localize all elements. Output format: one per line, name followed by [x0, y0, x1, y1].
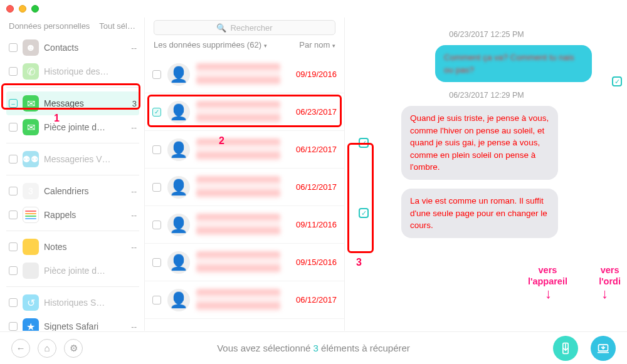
message-bubble[interactable]: Quand je suis triste, je pense à vous, c… — [401, 106, 558, 180]
list-item[interactable]: 👤 09/11/2016 — [145, 206, 344, 244]
safari-icon: ★ — [23, 318, 39, 331]
timestamp: 06/23/2017 12:29 PM — [354, 91, 619, 100]
sidebar-item-label: Historique des… — [44, 66, 119, 76]
list-item-date: 09/15/2016 — [287, 257, 337, 267]
sidebar-select-all[interactable]: Tout sél… — [99, 21, 135, 31]
attachment-icon — [23, 263, 39, 279]
sidebar-item-safari-history[interactable]: ↺ Historiques S… — [6, 291, 139, 315]
chevron-down-icon: ▾ — [332, 43, 335, 49]
sidebar-item-label: Messageries V… — [44, 154, 119, 164]
zoom-window-button[interactable] — [31, 5, 39, 13]
list-item-date: 09/11/2016 — [287, 220, 337, 229]
list-item-date: 06/12/2017 — [287, 182, 337, 192]
separator — [6, 175, 139, 175]
message-bubble[interactable]: La vie est comme un roman. Il suffit d'u… — [401, 189, 558, 238]
sidebar-item-count: -- — [124, 242, 137, 252]
filter-deleted-dropdown[interactable]: Les données supprimées (62) ▾ — [154, 40, 267, 49]
main-panes: Données personnelles Tout sél… ☻ Contact… — [0, 18, 627, 331]
checkbox[interactable] — [9, 155, 18, 164]
redacted-name — [196, 251, 280, 274]
sidebar-item-label: Pièce jointe d… — [44, 266, 119, 276]
checkbox[interactable] — [152, 296, 161, 304]
sidebar-item-note-attachment[interactable]: Pièce jointe d… — [6, 259, 139, 283]
sidebar-item-contacts[interactable]: ☻ Contacts -- — [6, 36, 139, 60]
redacted-name — [196, 101, 280, 123]
sidebar-item-reminders[interactable]: Rappels -- — [6, 203, 139, 227]
sidebar: Données personnelles Tout sél… ☻ Contact… — [0, 18, 144, 331]
checkbox[interactable] — [9, 211, 18, 219]
sidebar-item-call-history[interactable]: ✆ Historique des… — [6, 60, 139, 83]
sidebar-item-messages[interactable]: – ✉ Messages 3 — [6, 91, 139, 115]
list-item-date: 09/19/2016 — [287, 70, 337, 79]
checkbox[interactable] — [9, 266, 18, 275]
voicemail-icon: ⚉⚉ — [23, 151, 39, 167]
checkbox[interactable] — [9, 187, 18, 195]
status-text: Vous avez sélectionné 3 éléments à récup… — [0, 343, 627, 353]
search-placeholder: Rechercher — [230, 23, 272, 33]
list-item[interactable]: 👤 06/12/2017 — [145, 131, 344, 169]
sidebar-item-count: -- — [124, 322, 137, 331]
message-bubble[interactable]: Comment ça va? Comment tu nais ou pas? — [435, 45, 592, 82]
list-item[interactable]: 👤 06/12/2017 — [145, 281, 344, 319]
list-item[interactable]: 👤 09/15/2016 — [145, 244, 344, 281]
history-icon: ↺ — [23, 294, 39, 311]
sidebar-section-title: Données personnelles — [9, 21, 90, 31]
timestamp: 06/23/2017 12:25 PM — [354, 30, 619, 39]
checkbox[interactable] — [152, 145, 161, 154]
message-incoming: ✓ La vie est comme un roman. Il suffit d… — [354, 189, 619, 238]
sidebar-item-label: Historiques S… — [44, 298, 119, 308]
notes-icon — [23, 239, 39, 255]
list-item[interactable]: ✓ 👤 06/23/2017 — [145, 93, 344, 131]
close-window-button[interactable] — [6, 5, 14, 13]
sidebar-item-count: -- — [124, 43, 137, 53]
message-checkbox[interactable]: ✓ — [612, 76, 622, 86]
checkbox[interactable] — [9, 67, 18, 76]
annotation-to-pc: vers l'ordi — [599, 265, 621, 287]
message-icon: ✉ — [23, 95, 39, 112]
sort-dropdown[interactable]: Par nom ▾ — [299, 40, 335, 49]
sidebar-item-voicemail[interactable]: ⚉⚉ Messageries V… — [6, 147, 139, 171]
sidebar-item-label: Contacts — [44, 43, 119, 53]
contact-icon: ☻ — [23, 39, 39, 56]
conversation-list-pane: 🔍 Rechercher Les données supprimées (62)… — [144, 18, 345, 331]
reminders-icon — [23, 207, 39, 223]
annotation-number-2: 2 — [219, 135, 224, 147]
phone-icon: ✆ — [23, 63, 39, 80]
separator — [6, 143, 139, 143]
sidebar-item-label: Notes — [44, 242, 119, 252]
sidebar-item-count: -- — [124, 123, 137, 132]
avatar: 👤 — [167, 251, 190, 274]
checkbox[interactable] — [9, 242, 18, 251]
list-item[interactable]: 👤 09/19/2016 — [145, 56, 344, 93]
checkbox[interactable]: ✓ — [152, 108, 161, 117]
message-outgoing: Comment ça va? Comment tu nais ou pas? — [354, 45, 619, 82]
arrow-down-icon: ↓ — [601, 286, 608, 302]
search-icon: 🔍 — [216, 23, 226, 33]
checkbox[interactable] — [9, 123, 18, 132]
sidebar-item-msg-attachment[interactable]: ✉ Pièce jointe d… -- — [6, 115, 139, 139]
checkbox[interactable] — [9, 322, 18, 331]
window-controls — [0, 0, 627, 18]
sidebar-item-notes[interactable]: Notes -- — [6, 235, 139, 259]
annotation-highlight-3 — [347, 143, 374, 253]
redacted-name — [196, 214, 280, 236]
checkbox[interactable] — [152, 183, 161, 192]
checkbox[interactable] — [9, 43, 18, 52]
checkbox[interactable] — [152, 221, 161, 229]
minimize-window-button[interactable] — [19, 5, 26, 13]
search-input[interactable]: 🔍 Rechercher — [154, 20, 335, 35]
list-item[interactable]: 👤 06/12/2017 — [145, 169, 344, 206]
sidebar-item-label: Signets Safari — [44, 321, 119, 331]
sidebar-item-count: -- — [124, 211, 137, 220]
sidebar-item-label: Calendriers — [44, 186, 119, 196]
list-item-date: 06/23/2017 — [287, 107, 337, 117]
sidebar-item-calendars[interactable]: 3 Calendriers -- — [6, 179, 139, 203]
avatar: 👤 — [167, 101, 190, 123]
sidebar-item-count: -- — [124, 187, 137, 196]
checkbox[interactable] — [152, 70, 161, 79]
checkbox[interactable] — [9, 298, 18, 307]
avatar: 👤 — [167, 214, 190, 236]
sidebar-item-safari-bookmarks[interactable]: ★ Signets Safari -- — [6, 315, 139, 331]
checkbox[interactable] — [152, 258, 161, 267]
checkbox[interactable]: – — [9, 99, 18, 108]
